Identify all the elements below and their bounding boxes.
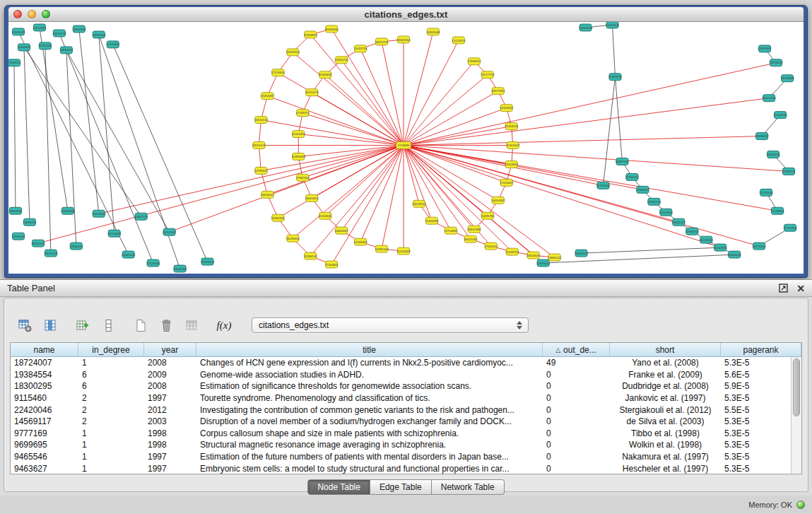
graph-node[interactable]: 16284120	[767, 151, 781, 158]
graph-node[interactable]: 10891044	[92, 31, 106, 38]
graph-node[interactable]: 18957886	[467, 226, 481, 233]
graph-node[interactable]: 18154121	[252, 142, 266, 149]
graph-node[interactable]: 16163216	[505, 123, 519, 130]
table-row[interactable]: 1830029562008Estimation of significance …	[11, 380, 791, 392]
table-scrollbar[interactable]	[791, 357, 801, 474]
graph-node[interactable]: 12945012	[536, 259, 551, 267]
graph-node[interactable]: 15495784	[481, 212, 495, 219]
graph-node[interactable]: 10591021	[11, 28, 25, 35]
graph-node[interactable]: 16381563	[375, 245, 389, 252]
graph-node[interactable]: 19734093	[781, 75, 795, 82]
graph-node[interactable]: 14656967	[335, 227, 349, 234]
graph-node[interactable]: 16611315	[375, 38, 389, 45]
graph-node[interactable]: 16905103	[31, 240, 45, 247]
graph-node[interactable]: 18577851	[491, 88, 505, 95]
graph-node[interactable]: 16412540	[763, 95, 777, 102]
graph-node[interactable]: 16012547	[163, 228, 177, 235]
graph-node[interactable]: 16362341	[271, 214, 286, 221]
graph-node[interactable]: 12104854	[771, 207, 785, 214]
function-builder-button[interactable]: f(x)	[213, 315, 235, 335]
show-columns-button[interactable]	[40, 315, 61, 335]
tab-edge-table[interactable]: Edge Table	[370, 479, 432, 495]
graph-node[interactable]: 16610651	[305, 194, 319, 201]
graph-node[interactable]: 18041257	[672, 218, 686, 226]
graph-node[interactable]: 15124029	[396, 247, 411, 255]
graph-node[interactable]: 18194034	[579, 24, 593, 31]
table-row[interactable]: 1872400712008Changes of HCN gene express…	[11, 357, 791, 369]
close-panel-icon[interactable]: ✕	[796, 284, 805, 293]
graph-node[interactable]: 15684102	[728, 251, 742, 258]
graph-node[interactable]: 15984120	[647, 198, 661, 205]
table-select-dropdown[interactable]: citations_edges.txt	[252, 317, 529, 333]
graph-node[interactable]: 20663922	[8, 207, 23, 214]
graph-node[interactable]: 15056602	[319, 71, 333, 78]
graph-node[interactable]: 14102004	[606, 22, 620, 28]
graph-node[interactable]: 16791240	[596, 182, 611, 189]
table-row[interactable]: 977716911998Corpus callosum shape and si…	[11, 428, 791, 440]
graph-node[interactable]: 11235654	[286, 235, 300, 242]
graph-node[interactable]: 17220407	[500, 179, 514, 186]
graph-node[interactable]: 19015103	[44, 250, 58, 257]
graph-node[interactable]: 17710354	[783, 224, 797, 231]
table-row[interactable]: 969969511998Structural magnetic resonanc…	[11, 439, 791, 451]
graph-node[interactable]: 11454104	[774, 112, 787, 119]
graph-node[interactable]: 14518547	[412, 200, 426, 207]
close-window-icon[interactable]	[13, 10, 22, 18]
graph-node[interactable]: 17483057	[467, 58, 481, 65]
graph-hub-node[interactable]: 1724080	[396, 142, 411, 149]
graph-node[interactable]: 13254087	[261, 93, 275, 100]
graph-node[interactable]: 12984501	[686, 228, 700, 235]
float-panel-icon[interactable]	[779, 284, 788, 293]
graph-node[interactable]: 10398049	[292, 153, 306, 160]
graph-node[interactable]: 16521041	[464, 235, 478, 243]
graph-node[interactable]: 12161027	[506, 142, 520, 149]
table-row[interactable]: 1938455462009Genome-wide association stu…	[11, 369, 791, 381]
graph-node[interactable]: 12794112	[625, 173, 639, 180]
table-row[interactable]: 946554611997Estimation of the future num…	[11, 451, 791, 463]
graph-node[interactable]: 11248754	[505, 248, 519, 255]
graph-node[interactable]: 18946112	[575, 250, 588, 257]
row-view-button[interactable]	[98, 315, 119, 335]
graph-node[interactable]: 11847120	[134, 213, 148, 220]
graph-node[interactable]: 14094204	[72, 25, 86, 33]
graph-node[interactable]: 19245874	[714, 244, 728, 251]
column-header-pagerank[interactable]: pagerank	[721, 343, 801, 356]
graph-node[interactable]: 15919951	[758, 45, 772, 52]
graph-node[interactable]: 17548751	[296, 110, 310, 117]
graph-node[interactable]: 18663104	[396, 36, 411, 43]
graph-node[interactable]: 12163281	[292, 131, 306, 138]
column-header-in_degree[interactable]: in_degree	[78, 343, 144, 356]
graph-node[interactable]: 14556107	[261, 191, 275, 198]
network-graph[interactable]: 1724080151240291638156312595695146569671…	[8, 22, 804, 274]
graph-node[interactable]: 15134941	[319, 212, 333, 219]
graph-node[interactable]: 17665412	[484, 243, 498, 250]
column-header-year[interactable]: year	[144, 343, 196, 356]
graph-node[interactable]: 19483784	[608, 74, 623, 81]
delete-button[interactable]	[155, 315, 177, 335]
graph-node[interactable]: 16177753	[481, 71, 495, 78]
graph-node[interactable]: 17126544	[146, 259, 160, 267]
tab-network-table[interactable]: Network Table	[432, 479, 505, 495]
graph-node[interactable]: 12041881	[33, 24, 47, 31]
graph-node[interactable]: 11431756	[354, 45, 367, 52]
graph-node[interactable]: 10220441	[106, 41, 120, 48]
zoom-window-icon[interactable]	[42, 10, 50, 18]
graph-node[interactable]: 19245012	[173, 265, 187, 272]
column-header-name[interactable]: name	[11, 343, 78, 356]
graph-node[interactable]: 16155276	[305, 89, 319, 96]
graph-node[interactable]: 15312041	[38, 42, 52, 49]
graph-node[interactable]: 16157278	[52, 30, 66, 37]
graph-node[interactable]: 15938412	[755, 133, 770, 140]
graph-node[interactable]: 12204853	[304, 31, 318, 38]
graph-node[interactable]: 18301220	[335, 57, 349, 64]
create-column-button[interactable]	[72, 315, 93, 335]
graph-node[interactable]: 17264841	[325, 261, 339, 268]
graph-node[interactable]: 16887541	[616, 158, 630, 165]
scrollbar-thumb[interactable]	[793, 358, 800, 416]
minimize-window-icon[interactable]	[28, 10, 36, 18]
graph-node[interactable]: 16024584	[700, 236, 714, 243]
table-mode-button[interactable]	[14, 315, 35, 335]
graph-node[interactable]: 18024501	[526, 252, 541, 259]
import-table-button[interactable]	[181, 315, 202, 335]
graph-node[interactable]: 25260854	[61, 207, 75, 214]
